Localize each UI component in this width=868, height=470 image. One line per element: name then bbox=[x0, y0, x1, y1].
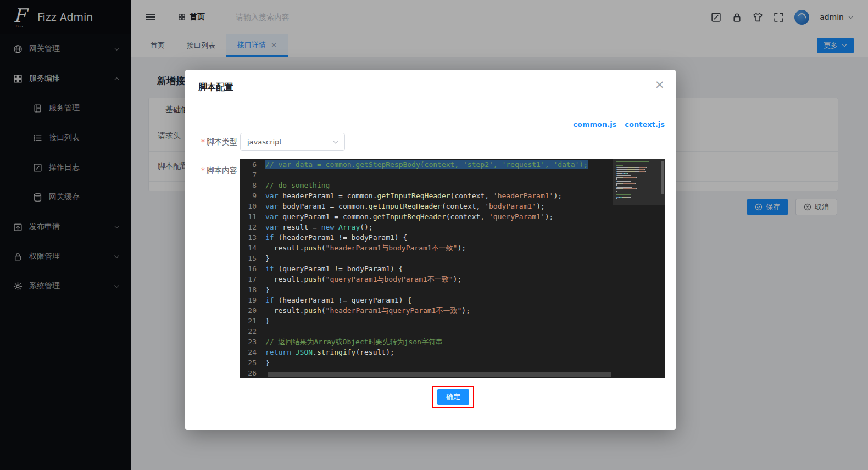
code-line: 18} bbox=[240, 284, 665, 295]
code-line: 16if (queryParam1 != bodyParam1) { bbox=[240, 264, 665, 274]
script-content-label-text: 脚本内容 bbox=[207, 166, 237, 175]
code-line: 9var headerParam1 = common.getInputReqHe… bbox=[240, 191, 665, 201]
code-line: 8// do something bbox=[240, 180, 665, 191]
code-line: 6// var data = common.getStepRespBody(co… bbox=[240, 159, 665, 170]
code-line: 20 result.push("headerParam1与queryParam1… bbox=[240, 305, 665, 316]
code-line: 24return JSON.stringify(result); bbox=[240, 347, 665, 357]
confirm-button[interactable]: 确定 bbox=[437, 389, 469, 405]
helper-links: common.js context.js bbox=[573, 120, 665, 128]
script-type-select[interactable]: javascript bbox=[240, 133, 345, 151]
code-line: 11var queryParam1 = common.getInputReqHe… bbox=[240, 211, 665, 222]
code-line: 17 result.push("queryParam1与bodyParam1不一… bbox=[240, 274, 665, 284]
script-type-label-text: 脚本类型 bbox=[207, 137, 237, 146]
code-line: 14 result.push("headerParam1与bodyParam1不… bbox=[240, 243, 665, 253]
code-line: 15} bbox=[240, 253, 665, 264]
link-common-js[interactable]: common.js bbox=[573, 120, 616, 128]
screen: Ffizz Fizz Admin 网关管理 服务编排 服务管理 接口列表 bbox=[0, 0, 868, 470]
close-icon[interactable]: × bbox=[655, 79, 665, 91]
vertical-scrollbar[interactable] bbox=[661, 161, 664, 194]
code-line: 23// 返回结果为Array或Object时要先转为json字符串 bbox=[240, 337, 665, 347]
code-line: 12var result = new Array(); bbox=[240, 222, 665, 232]
code-line: 22 bbox=[240, 326, 665, 337]
code-lines: 6// var data = common.getStepRespBody(co… bbox=[240, 159, 665, 378]
required-mark: * bbox=[201, 137, 205, 146]
code-line: 7 bbox=[240, 170, 665, 180]
required-mark: * bbox=[201, 166, 205, 175]
minimap[interactable] bbox=[616, 161, 660, 202]
link-context-js[interactable]: context.js bbox=[625, 120, 665, 128]
script-type-label: *脚本类型 bbox=[185, 133, 237, 151]
code-editor[interactable]: 6// var data = common.getStepRespBody(co… bbox=[240, 159, 665, 378]
code-line: 13if (headerParam1 != bodyParam1) { bbox=[240, 232, 665, 243]
script-content-label: *脚本内容 bbox=[185, 161, 237, 180]
code-line: 21} bbox=[240, 316, 665, 326]
script-config-dialog: 脚本配置 × common.js context.js *脚本类型 javasc… bbox=[185, 70, 676, 430]
script-type-value: javascript bbox=[247, 138, 282, 146]
code-line: 10var bodyParam1 = common.getInputReqHea… bbox=[240, 201, 665, 211]
horizontal-scrollbar[interactable] bbox=[268, 372, 611, 377]
dialog-title: 脚本配置 bbox=[198, 82, 233, 93]
code-line: 19if (headerParam1 != queryParam1) { bbox=[240, 295, 665, 305]
code-line: 25} bbox=[240, 357, 665, 368]
chevron-down-icon bbox=[332, 139, 339, 146]
